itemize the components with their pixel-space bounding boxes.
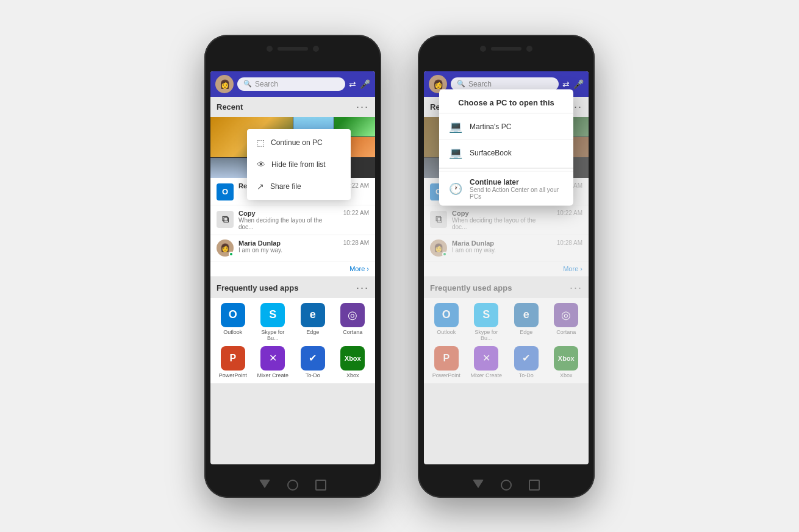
popup-surfacebook-label: SurfaceBook <box>470 148 512 157</box>
app-icon-cortana-2: ◎ <box>554 303 578 327</box>
app-label-skype: Skype for Bu... <box>256 329 291 341</box>
apps-more-2: ··· <box>570 282 582 294</box>
app-powerpoint[interactable]: P PowerPoint <box>215 346 251 378</box>
apps-title-2: Frequently used apps <box>430 283 512 293</box>
nav-back[interactable] <box>259 480 270 488</box>
app-label-mixer: Mixer Create <box>257 372 288 378</box>
copy-icon-box: ⧉ <box>217 211 234 228</box>
phone-1-bottom-nav <box>204 480 381 491</box>
app-edge-2: e Edge <box>509 303 544 341</box>
speaker-bar <box>278 47 308 51</box>
app-label-edge: Edge <box>306 329 319 335</box>
popup-martinas-label: Martina's PC <box>470 122 511 130</box>
app-label-todo: To-Do <box>306 372 320 378</box>
menu-continue-pc[interactable]: ⬚ Continue on PC <box>247 132 351 154</box>
app-icon-cortana: ◎ <box>340 303 365 327</box>
copy-content: Copy When deciding the layou of the doc.… <box>238 210 339 230</box>
app-icon-todo-2: ✔ <box>514 346 539 371</box>
nav-home-2[interactable] <box>501 480 512 491</box>
pc-chooser-popup: Choose a PC to open this 💻 Martina's PC … <box>439 89 573 205</box>
app-xbox[interactable]: Xbox Xbox <box>335 346 371 378</box>
more-label-2: More <box>563 265 578 272</box>
activity-item-person[interactable]: 👩 Maria Dunlap I am on my way. 10:28 AM <box>210 235 375 261</box>
app-label-outlook-2: Outlook <box>437 329 456 335</box>
menu-hide-file[interactable]: 👁 Hide file from list <box>247 154 351 176</box>
menu-hide-file-label: Hide file from list <box>271 160 326 169</box>
person-desc: I am on my way. <box>238 247 339 254</box>
app-label-powerpoint: PowerPoint <box>219 372 247 378</box>
mic-icon-2[interactable]: 🎤 <box>573 79 584 89</box>
status-dot-2 <box>442 252 447 257</box>
photo-6 <box>210 158 251 178</box>
app-cortana[interactable]: ◎ Cortana <box>335 303 371 341</box>
clock-icon: 🕐 <box>449 182 462 195</box>
app-edge[interactable]: e Edge <box>295 303 331 341</box>
popup-later-label: Continue later <box>470 177 564 186</box>
nav-recents-2[interactable] <box>529 480 540 491</box>
share-file-icon: ↗ <box>257 182 264 191</box>
app-todo[interactable]: ✔ To-Do <box>295 346 331 378</box>
person-name: Maria Dunlap <box>238 239 339 247</box>
app-cortana-2: ◎ Cortana <box>549 303 584 341</box>
app-icon-skype-2: S <box>474 303 498 327</box>
continue-pc-icon: ⬚ <box>257 138 265 147</box>
popup-martinas-pc[interactable]: 💻 Martina's PC <box>439 113 573 139</box>
nav-back-2[interactable] <box>473 480 484 488</box>
recent-more-1[interactable]: ··· <box>356 101 369 113</box>
phone-1: 👩 🔍 Search ⇄ 🎤 Recent ··· <box>204 35 381 498</box>
person-avatar-wrap: 👩 <box>217 239 234 257</box>
app-label-todo-2: To-Do <box>519 372 534 378</box>
qr-icon[interactable]: ⇄ <box>349 79 356 89</box>
app-icon-outlook-2: O <box>434 303 459 327</box>
menu-share-file-label: Share file <box>270 182 301 191</box>
app-icon-skype: S <box>260 303 285 327</box>
app-skype[interactable]: S Skype for Bu... <box>256 303 291 341</box>
app-powerpoint-2: P PowerPoint <box>429 346 464 378</box>
copy-title-2: Copy <box>452 210 552 217</box>
app-label-mixer-2: Mixer Create <box>470 372 502 378</box>
copy-content-2: Copy When deciding the layou of the doc.… <box>452 210 552 230</box>
app-mixer[interactable]: ✕ Mixer Create <box>256 346 291 378</box>
more-link-1[interactable]: More › <box>210 261 375 277</box>
popup-later-content: Continue later Send to Action Center on … <box>470 177 564 199</box>
camera-dot-2 <box>313 46 319 52</box>
phone-1-screen: 👩 🔍 Search ⇄ 🎤 Recent ··· <box>210 71 375 464</box>
app-outlook-2: O Outlook <box>429 303 464 341</box>
copy-desc-2: When deciding the layou of the doc... <box>452 217 552 230</box>
popup-title: Choose a PC to open this <box>439 89 573 113</box>
qr-icon-2[interactable]: ⇄ <box>562 79 570 89</box>
popup-continue-later[interactable]: 🕐 Continue later Send to Action Center o… <box>439 171 573 205</box>
activity-item-copy[interactable]: ⧉ Copy When deciding the layou of the do… <box>210 205 375 235</box>
more-link-2: More › <box>424 261 589 277</box>
person-time-2: 10:28 AM <box>557 239 582 246</box>
app-outlook[interactable]: O Outlook <box>215 303 251 341</box>
photo-area-1: ⬚ Continue on PC 👁 Hide file from list ↗… <box>210 117 375 178</box>
phone-2: 👩 🔍 Search ⇄ 🎤 Recent ··· <box>418 35 595 498</box>
person-content-2: Maria Dunlap I am on my way. <box>452 239 552 254</box>
laptop-icon-1: 💻 <box>449 119 462 133</box>
app-mixer-2: ✕ Mixer Create <box>469 346 504 378</box>
app-skype-2: S Skype for Bu... <box>469 303 504 341</box>
status-dot <box>229 252 234 257</box>
apps-more-1[interactable]: ··· <box>356 282 369 294</box>
apps-section-2: Frequently used apps ··· <box>424 278 589 298</box>
phone-2-screen: 👩 🔍 Search ⇄ 🎤 Recent ··· <box>424 71 589 464</box>
activity-item-copy-2: ⧉ Copy When deciding the layou of the do… <box>424 205 589 235</box>
nav-home[interactable] <box>287 480 298 491</box>
search-bar-1[interactable]: 🔍 Search <box>237 77 345 91</box>
popup-surfacebook[interactable]: 💻 SurfaceBook <box>439 139 573 165</box>
phone-1-shell: 👩 🔍 Search ⇄ 🎤 Recent ··· <box>204 35 381 498</box>
camera-dot <box>267 46 273 52</box>
apps-grid-1: O Outlook S Skype for Bu... e Edge ◎ Cor… <box>210 298 375 383</box>
app-label-edge-2: Edge <box>520 329 532 335</box>
mic-icon[interactable]: 🎤 <box>360 79 370 89</box>
recent-section-1: Recent ··· <box>210 97 375 117</box>
header-icons-1: ⇄ 🎤 <box>349 79 370 89</box>
copy-desc: When deciding the layou of the doc... <box>238 217 339 230</box>
app-label-cortana-2: Cortana <box>556 329 576 335</box>
app-icon-edge-2: e <box>514 303 539 327</box>
menu-share-file[interactable]: ↗ Share file <box>247 176 351 197</box>
nav-recents[interactable] <box>315 480 326 491</box>
app-icon-todo: ✔ <box>301 346 325 371</box>
apps-title-1: Frequently used apps <box>217 283 298 293</box>
